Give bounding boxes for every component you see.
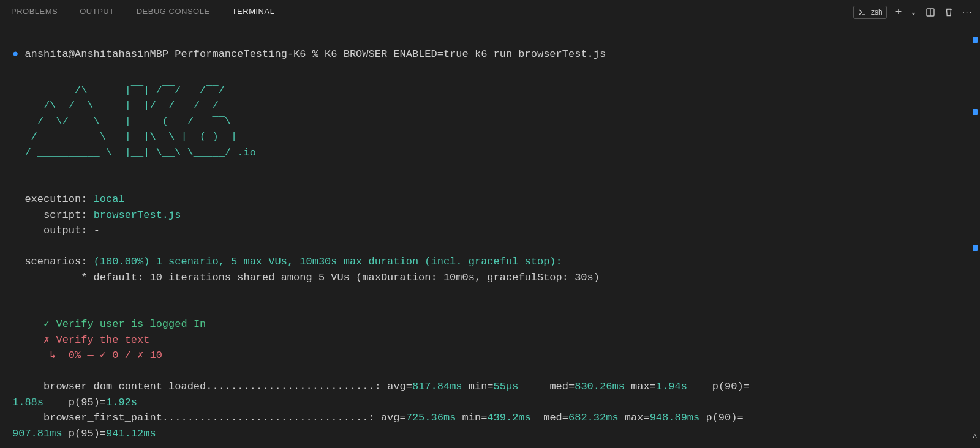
metric-fp-p90-v: 907.81ms (12, 428, 62, 439)
panel-tab-bar: PROBLEMS OUTPUT DEBUG CONSOLE TERMINAL z… (0, 0, 980, 24)
metric-dom-p95-l: p(95)= (69, 397, 106, 408)
metric-dom-max-v: 1.94s (656, 381, 687, 392)
metric-fp-dots: .................................: (162, 412, 375, 424)
new-terminal-button[interactable]: + (895, 4, 902, 20)
check-fail-detail: ↳ 0% — ✓ 0 / ✗ 10 (12, 349, 162, 361)
shell-selector[interactable]: zsh (853, 6, 887, 19)
metric-dom-p95-v: 1.92s (106, 397, 137, 408)
prompt-separator: % (312, 48, 318, 60)
tab-debug-console[interactable]: DEBUG CONSOLE (133, 0, 214, 24)
scenarios-label: scenarios: (12, 256, 87, 267)
metric-fp-avg-l: avg= (381, 412, 406, 424)
metric-fp-avg-v: 725.36ms (406, 412, 456, 424)
metric-fp-p95-l: p(95)= (69, 428, 106, 439)
terminal-output[interactable]: ● anshita@AnshitahasinMBP PerformanceTes… (0, 24, 980, 448)
metric-dom-name: browser_dom_content_loaded (12, 381, 206, 392)
scenarios-value: (100.00%) 1 scenario, 5 max VUs, 10m30s … (94, 256, 562, 267)
check-fail: ✗ Verify the text (12, 334, 149, 346)
tab-output[interactable]: OUTPUT (76, 0, 118, 24)
prompt-user-host: anshita@AnshitahasinMBP (24, 48, 168, 60)
k6-ascii-logo: /\ |‾‾| /‾‾/ /‾‾/ /\ / \ | |/ / / / / \/… (12, 83, 968, 161)
metric-dom-avg-l: avg= (387, 381, 412, 392)
metric-dom-max-l: max= (631, 381, 656, 392)
metric-dom-avg-v: 817.84ms (412, 381, 462, 392)
metric-dom-med-l: med= (549, 381, 575, 392)
panel-tabs: PROBLEMS OUTPUT DEBUG CONSOLE TERMINAL (7, 0, 278, 24)
metric-dom-min-l: min= (469, 381, 494, 392)
metric-dom-med-v: 830.26ms (575, 381, 625, 392)
terminal-prompt-icon (858, 7, 867, 17)
chevron-up-icon[interactable]: ^ (973, 431, 978, 444)
scrollbar-mark[interactable] (973, 245, 978, 251)
prompt-command: K6_BROWSER_ENABLED=true k6 run browserTe… (325, 48, 606, 60)
scrollbar-mark[interactable] (973, 109, 978, 115)
metric-dom-min-v: 55µs (494, 381, 519, 392)
check-pass: ✓ Verify user is logged In (12, 318, 206, 330)
metric-fp-p90-l: p(90)= (706, 412, 743, 424)
metric-fp-min-v: 439.2ms (487, 412, 530, 424)
script-value: browserTest.js (94, 209, 181, 221)
split-editor-icon[interactable] (925, 7, 935, 17)
tab-terminal[interactable]: TERMINAL (228, 0, 279, 24)
prompt-cwd: PerformanceTesting-K6 (175, 48, 306, 60)
metric-fp-med-l: med= (543, 412, 568, 424)
output-label: output: (12, 225, 87, 236)
execution-label: execution: (12, 193, 87, 205)
metric-fp-min-l: min= (462, 412, 488, 424)
metric-fp-max-l: max= (625, 412, 650, 424)
metric-fp-p95-v: 941.12ms (106, 428, 156, 439)
chevron-down-icon[interactable]: ⌄ (910, 6, 917, 18)
metric-dom-dots: ...........................: (206, 381, 381, 392)
metric-dom-p90-l: p(90)= (712, 381, 750, 392)
tab-problems[interactable]: PROBLEMS (7, 0, 61, 24)
metric-dom-p90-v: 1.88s (12, 397, 43, 408)
output-value: - (94, 225, 100, 236)
metric-fp-max-v: 948.89ms (650, 412, 700, 424)
scrollbar-mark[interactable] (973, 37, 978, 43)
terminal-toolbar: zsh + ⌄ ··· (853, 4, 973, 20)
metric-fp-med-v: 682.32ms (568, 412, 619, 424)
running-indicator-icon: ● (12, 48, 18, 60)
execution-value: local (94, 193, 125, 205)
shell-name: zsh (871, 7, 883, 18)
trash-icon[interactable] (944, 7, 954, 17)
metric-fp-name: browser_first_paint (12, 412, 162, 424)
script-label: script: (12, 209, 87, 221)
more-actions-icon[interactable]: ··· (962, 6, 973, 18)
scenarios-detail: * default: 10 iterations shared among 5 … (12, 272, 600, 283)
